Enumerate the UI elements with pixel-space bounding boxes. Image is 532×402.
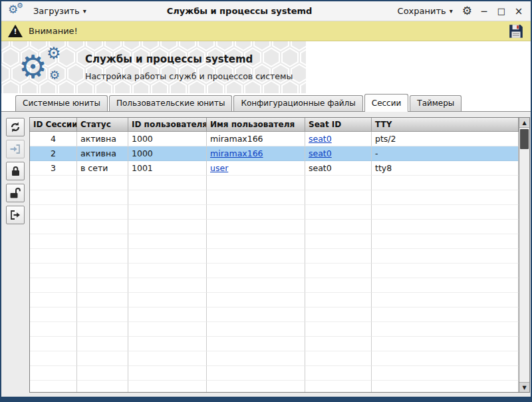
table-cell-empty <box>30 190 77 205</box>
table-cell-empty <box>372 264 519 278</box>
tab-sessions[interactable]: Сессии <box>364 94 409 112</box>
table-row[interactable]: 3в сети1001userseat0tty8 <box>30 161 519 176</box>
table-cell-empty <box>207 220 305 234</box>
tab-timers[interactable]: Таймеры <box>410 95 462 111</box>
column-header-seat-id[interactable]: Seat ID <box>305 118 372 131</box>
column-header-user-id[interactable]: ID пользователя <box>128 118 207 131</box>
table-cell-empty <box>207 190 305 205</box>
table-cell-empty <box>372 351 519 366</box>
load-menu-label: Загрузить <box>33 6 80 16</box>
table-empty-row <box>30 337 519 351</box>
cell-link[interactable]: miramax166 <box>210 148 263 158</box>
table-cell: 1001 <box>128 161 207 176</box>
table-cell: seat0 <box>305 132 372 146</box>
table-cell-empty <box>128 249 207 264</box>
table-cell-empty <box>77 278 128 293</box>
table-row[interactable]: 4активна1000miramax166seat0pts/2 <box>30 132 519 146</box>
table-cell-empty <box>372 381 519 392</box>
table-cell-empty <box>30 264 77 278</box>
table-cell-empty <box>305 351 372 366</box>
maximize-button[interactable]: □ <box>496 6 507 17</box>
table-cell-empty <box>207 176 305 190</box>
column-header-status[interactable]: Статус <box>77 118 128 131</box>
table-cell-empty <box>207 337 305 351</box>
warning-triangle-icon: ! <box>8 25 23 37</box>
column-header-user-name[interactable]: Имя пользователя <box>207 118 305 131</box>
table-cell-empty <box>372 322 519 337</box>
table-cell-empty <box>128 205 207 220</box>
app-window: ⚙ ⚙ Загрузить ▾ Службы и процессы system… <box>0 0 532 402</box>
table-cell-empty <box>128 337 207 351</box>
table-empty-row <box>30 381 519 392</box>
triangle-up-icon: ▲ <box>522 120 526 126</box>
tab-config-files[interactable]: Конфигурационные файлы <box>233 95 362 111</box>
table-cell: 1000 <box>128 146 207 161</box>
table-cell-empty <box>77 381 128 392</box>
load-menu-button[interactable]: Загрузить ▾ <box>31 5 89 17</box>
titlebar-right: Сохранить ▾ ⚙ ─ □ × <box>395 5 524 17</box>
cell-link[interactable]: user <box>210 163 228 173</box>
table-cell-empty <box>77 366 128 381</box>
table-cell: user <box>207 161 305 176</box>
cell-link[interactable]: seat0 <box>309 148 332 158</box>
table-cell-empty <box>128 366 207 381</box>
cell-link[interactable]: seat0 <box>309 134 332 144</box>
unlock-session-button[interactable] <box>6 184 25 202</box>
table-row[interactable]: 2активна1000miramax166seat0- <box>30 146 519 161</box>
table-cell: - <box>372 146 519 161</box>
banner-subtitle: Настройка работы служб и процессов систе… <box>85 71 293 81</box>
table-cell-empty <box>77 351 128 366</box>
lock-session-button[interactable] <box>6 162 25 180</box>
table-cell-empty <box>305 293 372 307</box>
table-cell-empty <box>77 234 128 249</box>
minimize-button[interactable]: ─ <box>479 6 489 17</box>
lock-icon <box>10 165 21 177</box>
save-file-icon[interactable] <box>508 23 524 39</box>
scrollbar-thumb[interactable] <box>520 129 529 149</box>
table-cell-empty <box>372 220 519 234</box>
vertical-scrollbar[interactable]: ▲ ▼ <box>519 118 529 392</box>
table-cell: seat0 <box>305 161 372 176</box>
table-cell-empty <box>305 322 372 337</box>
table-cell: 2 <box>30 146 77 161</box>
table-cell-empty <box>207 234 305 249</box>
tab-system-units[interactable]: Системные юниты <box>15 95 108 111</box>
table-cell-empty <box>207 293 305 307</box>
scroll-up-button[interactable]: ▲ <box>519 118 529 128</box>
terminate-session-button[interactable] <box>6 206 25 224</box>
table-cell-empty <box>305 205 372 220</box>
table-cell-empty <box>77 176 128 190</box>
table-cell: в сети <box>77 161 128 176</box>
gear-icon: ⚙ <box>49 69 60 81</box>
chevron-down-icon: ▾ <box>450 7 453 15</box>
save-menu-label: Сохранить <box>398 6 446 16</box>
table-cell-empty <box>30 234 77 249</box>
banner-gears-icon: ⚙ ⚙ ⚙ <box>19 45 68 89</box>
table-cell: 3 <box>30 161 77 176</box>
table-cell: активна <box>77 146 128 161</box>
table-header-row: ID Сессии Статус ID пользователя Имя пол… <box>30 118 519 132</box>
column-header-tty[interactable]: TTY <box>372 118 519 131</box>
login-session-button[interactable] <box>6 140 25 158</box>
table-cell-empty <box>372 205 519 220</box>
scroll-down-button[interactable]: ▼ <box>519 382 529 392</box>
table-cell-empty <box>30 176 77 190</box>
refresh-button[interactable] <box>6 118 25 136</box>
table-cell-empty <box>207 351 305 366</box>
table-empty-row <box>30 366 519 381</box>
table-cell-empty <box>305 234 372 249</box>
save-menu-button[interactable]: Сохранить ▾ <box>395 5 456 17</box>
table-cell-empty <box>207 307 305 322</box>
unlock-icon <box>9 187 21 199</box>
table-cell-empty <box>372 307 519 322</box>
table-empty-row <box>30 278 519 293</box>
table-cell-empty <box>77 205 128 220</box>
scrollbar-track[interactable] <box>519 128 529 382</box>
settings-gear-icon[interactable]: ⚙ <box>462 5 472 17</box>
table-cell-empty <box>128 381 207 392</box>
close-button[interactable]: × <box>513 6 524 17</box>
column-header-session-id[interactable]: ID Сессии <box>30 118 77 131</box>
table-empty-row <box>30 176 519 190</box>
banner: ⚙ ⚙ ⚙ Службы и процессы systemd Настройк… <box>1 41 531 93</box>
tab-user-units[interactable]: Пользовательские юниты <box>109 95 232 111</box>
